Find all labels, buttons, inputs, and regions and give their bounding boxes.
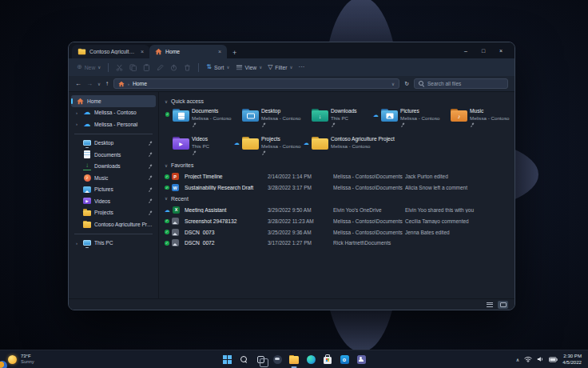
show-hidden-icons-button[interactable]: ∧ — [516, 357, 519, 362]
view-button[interactable]: View ∨ — [236, 64, 263, 71]
task-view-button[interactable] — [256, 354, 266, 365]
pin-icon — [147, 163, 153, 170]
pin-icon — [147, 186, 153, 193]
music-icon — [84, 174, 91, 182]
sidebar-item-this-pc[interactable]: › This PC — [71, 238, 156, 250]
close-tab-icon[interactable]: × — [139, 49, 145, 54]
sort-button[interactable]: ⇅ Sort ∨ — [206, 64, 229, 70]
tab-home[interactable]: Home × — [149, 45, 227, 58]
search-icon — [419, 81, 424, 86]
cut-icon[interactable] — [116, 64, 123, 71]
maximize-button[interactable]: □ — [475, 42, 492, 58]
sidebar-item-music[interactable]: Music — [71, 172, 156, 184]
sidebar-item-projects[interactable]: Projects — [71, 207, 156, 219]
paste-icon[interactable] — [143, 64, 150, 71]
videos-icon — [83, 198, 91, 204]
search-placeholder: Search all files — [427, 81, 461, 86]
share-icon[interactable] — [170, 64, 177, 71]
file-row-screenshot-29478132[interactable]: Screenshot 29478132 3/28/2022 11:23 AM M… — [165, 215, 510, 226]
sun-weather-icon — [8, 355, 17, 364]
battery-icon[interactable] — [549, 357, 558, 362]
chevron-down-icon: ∨ — [289, 65, 292, 70]
file-row-dscn-0072[interactable]: DSCN_0072 3/17/2022 1:27 PM Rick Hartnet… — [165, 238, 510, 249]
chevron-right-icon[interactable]: › — [76, 122, 80, 126]
breadcrumb[interactable]: Home — [133, 81, 147, 86]
close-button[interactable]: × — [492, 42, 510, 58]
pictures-icon — [83, 186, 91, 193]
address-dropdown-icon[interactable]: ∨ — [391, 82, 395, 86]
see-more-button[interactable]: ··· — [298, 64, 304, 70]
file-location: Rick Hartnett\Documents — [333, 240, 405, 246]
section-recent[interactable]: ∨ Recent — [165, 196, 510, 202]
forward-button[interactable]: → — [86, 80, 93, 87]
sync-status-icon — [165, 219, 169, 224]
pin-icon — [147, 151, 153, 158]
chevron-right-icon[interactable]: › — [76, 110, 80, 115]
tab-contoso-agriculture-project[interactable]: Contoso Agriculture Project × — [72, 45, 149, 58]
section-quick-access[interactable]: ∨ Quick access — [165, 98, 510, 104]
speaker-icon[interactable] — [537, 356, 544, 362]
minimize-button[interactable]: – — [457, 42, 475, 58]
filter-button[interactable]: ▽ Filter ∨ — [268, 64, 292, 70]
sidebar-item-onedrive-personal[interactable]: › ☁ Melissa - Personal — [71, 118, 156, 130]
new-button[interactable]: ⊕ New ∨ — [77, 64, 101, 70]
file-explorer-button[interactable] — [289, 354, 300, 365]
chat-button[interactable] — [272, 354, 283, 365]
sidebar-item-home[interactable]: Home — [71, 95, 156, 107]
up-button[interactable]: ↑ — [105, 80, 109, 87]
home-icon — [155, 48, 162, 55]
back-button[interactable]: ← — [75, 80, 81, 87]
tile-pictures[interactable]: ☁ Pictures Melissa - Contoso — [373, 107, 443, 131]
sidebar-item-pictures[interactable]: Pictures — [71, 184, 156, 196]
sidebar-item-downloads[interactable]: ↓ Downloads — [71, 161, 156, 173]
task-view-icon — [257, 356, 264, 363]
recent-list: ☁ X Meeting Assistant 3/29/2022 9:50 AM … — [165, 205, 510, 249]
sidebar-item-desktop[interactable]: Desktop — [71, 138, 156, 150]
view-icon — [236, 64, 243, 71]
tile-downloads[interactable]: ↓ Downloads This PC — [304, 107, 373, 131]
pin-icon — [191, 150, 197, 156]
sidebar-item-contoso-agriculture-project[interactable]: Contoso Agriculture Project — [71, 218, 156, 230]
rename-icon[interactable] — [157, 64, 164, 71]
file-row-meeting-assistant[interactable]: ☁ X Meeting Assistant 3/29/2022 9:50 AM … — [165, 205, 510, 216]
sidebar-item-documents[interactable]: Documents — [71, 149, 156, 161]
details-view-button[interactable] — [484, 301, 495, 309]
tile-desktop[interactable]: Desktop Melissa - Contoso — [234, 107, 304, 131]
file-row-sustainability-research-draft[interactable]: W Sustainability Research Draft 3/28/202… — [165, 182, 510, 194]
taskbar: 73°F Sunny o ∧ 2:30 PM 4/5/2022 — [0, 350, 588, 368]
large-icons-view-button[interactable] — [498, 301, 508, 309]
tab-bar: Contoso Agriculture Project × Home × + –… — [69, 42, 514, 58]
clock[interactable]: 2:30 PM 4/5/2022 — [562, 353, 582, 365]
tile-videos[interactable]: ▶ Videos This PC — [165, 135, 234, 159]
search-input[interactable]: Search all files — [414, 78, 508, 89]
date-modified: 3/28/2022 3:17 PM — [268, 185, 333, 190]
close-tab-icon[interactable]: × — [217, 49, 223, 54]
section-favorites[interactable]: ∨ Favorites — [165, 162, 510, 168]
delete-icon[interactable] — [184, 64, 191, 71]
sidebar-item-onedrive-contoso[interactable]: › ☁ Melissa - Contoso — [71, 107, 156, 119]
tile-music[interactable]: ♪ Music Melissa - Contoso — [443, 107, 512, 131]
file-row-project-timeline[interactable]: P Project Timeline 2/14/2022 1:14 PM Mel… — [165, 171, 510, 182]
refresh-button[interactable]: ↻ — [404, 81, 409, 87]
widgets-button[interactable]: 73°F Sunny — [8, 354, 34, 365]
chevron-right-icon[interactable]: › — [76, 241, 80, 246]
tile-projects[interactable]: ☁ Projects Melissa - Contoso — [234, 135, 304, 159]
recent-pages-button[interactable]: ∨ — [97, 82, 101, 86]
pin-icon — [330, 122, 336, 128]
address-field[interactable]: › Home ∨ — [113, 78, 399, 89]
taskbar-search-button[interactable] — [239, 354, 249, 365]
wifi-icon[interactable] — [524, 356, 532, 362]
teams-button[interactable] — [356, 354, 367, 365]
store-button[interactable] — [323, 354, 333, 365]
copy-icon[interactable] — [129, 64, 137, 71]
tile-documents[interactable]: Documents Melissa - Contoso — [165, 107, 234, 131]
new-tab-button[interactable]: + — [227, 49, 242, 58]
outlook-button[interactable]: o — [340, 354, 350, 365]
edge-button[interactable] — [306, 354, 316, 365]
videos-folder-icon: ▶ — [173, 137, 189, 150]
sidebar-item-videos[interactable]: Videos — [71, 195, 156, 207]
tile-contoso-agriculture-project[interactable]: ☁ Contoso Agriculture Project Melissa - … — [304, 135, 373, 159]
start-button[interactable] — [222, 354, 232, 365]
file-row-dscn-0073[interactable]: DSCN_0073 3/25/2022 9:36 AM Melissa - Co… — [165, 226, 510, 238]
downloads-icon: ↓ — [83, 162, 91, 170]
